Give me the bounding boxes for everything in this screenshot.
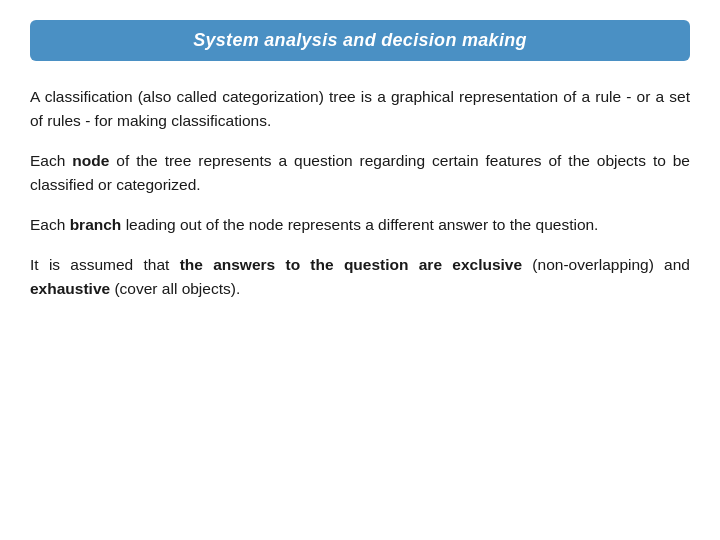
title-text: System analysis and decision making (193, 30, 527, 50)
title-bar: System analysis and decision making (30, 20, 690, 61)
paragraph-4: It is assumed that the answers to the qu… (30, 253, 690, 301)
paragraph-3: Each branch leading out of the node repr… (30, 213, 690, 237)
paragraph-2: Each node of the tree represents a quest… (30, 149, 690, 197)
content-area: A classification (also called categoriza… (30, 85, 690, 301)
paragraph-1: A classification (also called categoriza… (30, 85, 690, 133)
